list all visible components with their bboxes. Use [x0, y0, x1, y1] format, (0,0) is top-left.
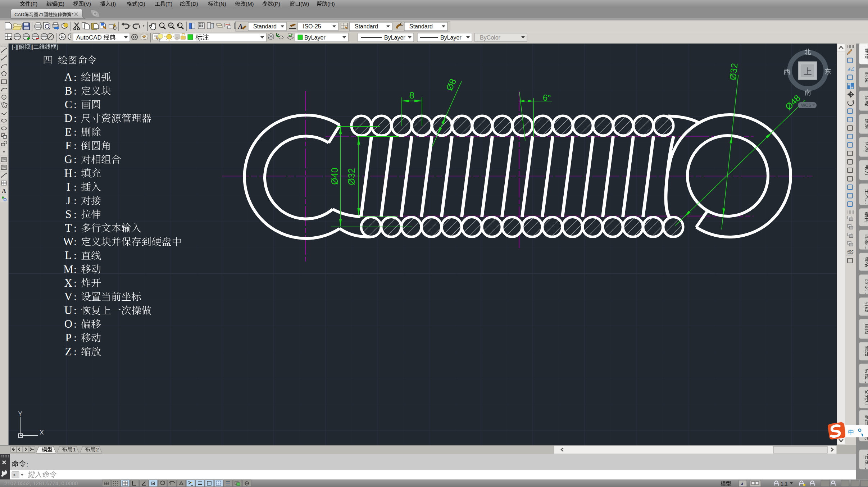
svg-text::: :: [74, 154, 77, 165]
svg-text:W: W: [63, 235, 74, 248]
svg-text:[-][: [-][: [12, 44, 19, 50]
svg-text:WCS: WCS: [801, 103, 811, 108]
svg-text:X: X: [40, 429, 44, 436]
svg-text:1: 1: [73, 447, 76, 452]
svg-text::: :: [74, 264, 77, 275]
svg-text:B: B: [65, 85, 72, 97]
svg-text:...: ...: [864, 290, 868, 294]
svg-text:Ø32: Ø32: [728, 63, 740, 81]
svg-text:G: G: [64, 153, 72, 165]
svg-text::: :: [74, 291, 77, 302]
svg-text:J: J: [66, 194, 71, 207]
svg-text:V: V: [64, 290, 73, 303]
svg-text:ByLayer: ByLayer: [304, 35, 326, 41]
svg-text::: :: [74, 250, 77, 261]
svg-text:2: 2: [96, 447, 99, 452]
svg-text:]: ]: [56, 44, 58, 50]
svg-text:A: A: [64, 71, 73, 83]
svg-text:F: F: [65, 139, 71, 152]
svg-text:...: ...: [864, 465, 868, 469]
svg-text:>_: >_: [13, 473, 18, 478]
svg-text:Z: Z: [65, 345, 72, 358]
svg-text::: :: [74, 72, 77, 83]
svg-text::: :: [74, 236, 77, 247]
svg-text::: :: [74, 209, 77, 220]
svg-text:O: O: [64, 318, 72, 330]
svg-text:ISO-25: ISO-25: [303, 23, 321, 29]
svg-text:6°: 6°: [543, 93, 551, 103]
svg-text::: :: [74, 305, 77, 316]
svg-text:Standard: Standard: [409, 23, 433, 29]
svg-text::: :: [74, 126, 77, 138]
svg-text:][: ][: [30, 44, 33, 50]
svg-text::: :: [74, 113, 77, 124]
svg-text:Y: Y: [18, 410, 22, 417]
svg-text:A: A: [238, 23, 243, 30]
svg-text::: :: [74, 140, 77, 151]
svg-text::: :: [74, 181, 77, 193]
svg-text::: :: [74, 222, 77, 234]
svg-text:Standard: Standard: [355, 23, 378, 29]
svg-text:1:1: 1:1: [781, 481, 788, 487]
svg-text:AutoCAD: AutoCAD: [76, 34, 102, 41]
svg-text:U: U: [64, 304, 72, 317]
svg-text::: :: [74, 85, 77, 97]
svg-text:2107.0552, 1281.6774, 0.0000: 2107.0552, 1281.6774, 0.0000: [4, 480, 78, 486]
svg-text::: :: [74, 277, 77, 289]
svg-text:L: L: [65, 249, 72, 261]
svg-text:E: E: [65, 126, 72, 138]
svg-text::: :: [74, 318, 77, 330]
svg-text:M: M: [63, 263, 73, 276]
svg-text:I: I: [67, 181, 70, 193]
svg-text:A: A: [2, 188, 6, 194]
svg-text:C: C: [65, 98, 72, 111]
svg-text::: :: [74, 99, 77, 110]
svg-text:P: P: [65, 331, 71, 344]
svg-text:8: 8: [409, 90, 414, 101]
svg-text:Standard: Standard: [253, 23, 277, 29]
svg-text:ByLayer: ByLayer: [440, 35, 462, 41]
svg-text:ByLayer: ByLayer: [384, 35, 405, 41]
svg-text:Ø40: Ø40: [330, 168, 340, 185]
svg-text:Ø32: Ø32: [346, 168, 356, 185]
svg-text::: :: [74, 332, 77, 343]
svg-text:D: D: [64, 112, 72, 124]
svg-text::: :: [74, 195, 77, 206]
svg-text::: :: [74, 168, 77, 179]
svg-text:...: ...: [864, 246, 868, 250]
svg-text:T: T: [65, 222, 72, 234]
svg-text:...: ...: [864, 200, 868, 204]
svg-text:H: H: [64, 167, 72, 179]
svg-text:ByColor: ByColor: [480, 35, 501, 41]
svg-text:X: X: [64, 277, 72, 289]
svg-text:...: ...: [864, 379, 868, 383]
svg-text:S: S: [65, 208, 71, 220]
svg-text:ABC: ABC: [847, 250, 854, 253]
svg-text::: :: [26, 460, 28, 468]
svg-text::: :: [74, 346, 77, 358]
